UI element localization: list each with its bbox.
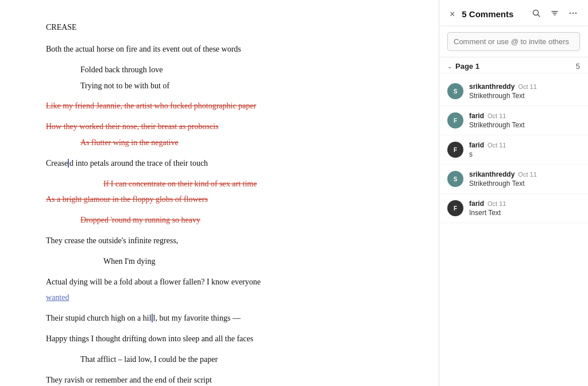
poem-line: Actual dying will be a fold about a flow… (46, 275, 393, 289)
cursor (152, 314, 153, 322)
poem-spacer (46, 307, 393, 311)
poem-spacer (46, 115, 393, 120)
comment-input[interactable] (447, 32, 580, 51)
svg-point-6 (572, 13, 574, 14)
comment-author: farid (469, 141, 484, 149)
svg-point-7 (575, 13, 577, 14)
comment-date: Oct 11 (488, 142, 506, 149)
poem-spacer (46, 250, 393, 255)
comment-date: Oct 11 (518, 83, 536, 90)
poem-line: When I'm dying (103, 255, 393, 268)
poem-spacer (46, 59, 393, 63)
avatar: F (447, 200, 463, 216)
poem-line: Their stupid church high on a hill, but … (46, 311, 393, 325)
poem-spacer (46, 95, 393, 99)
avatar: F (447, 142, 463, 158)
comment-meta: farid Oct 11 (469, 200, 580, 208)
document-area: CREASE Both the actual horse on fire and… (0, 0, 439, 386)
svg-point-5 (570, 13, 571, 14)
comment-body: farid Oct 11 Insert Text (469, 200, 580, 217)
poem-line: Trying not to be with but of (80, 79, 393, 93)
cursor (68, 159, 69, 167)
avatar: F (447, 112, 463, 128)
avatar-initials: S (454, 88, 458, 95)
comment-body: srikanthreddy Oct 11 Strikethrough Text (469, 83, 580, 100)
filter-icon (551, 9, 559, 17)
avatar-initials: S (454, 176, 458, 182)
avatar: S (447, 171, 463, 187)
comment-item[interactable]: S srikanthreddy Oct 11 Strikethrough Tex… (439, 165, 588, 194)
poem-spacer (46, 348, 393, 353)
comment-item[interactable]: F farid Oct 11 Strikethrough Text (439, 106, 588, 135)
comment-meta: farid Oct 11 (469, 141, 580, 149)
comment-item[interactable]: F farid Oct 11 s (439, 135, 588, 165)
search-icon (532, 9, 540, 17)
highlighted-text: wanted (46, 293, 69, 302)
poem-title: CREASE (46, 23, 393, 32)
comment-body: farid Oct 11 Strikethrough Text (469, 112, 580, 129)
poem-line: How they worked their nose, their breast… (46, 120, 393, 134)
poem-spacer (46, 229, 393, 234)
comment-meta: srikanthreddy Oct 11 (469, 170, 580, 178)
comment-author: srikanthreddy (469, 170, 514, 178)
poem-line: Both the actual horse on fire and its ev… (46, 42, 393, 56)
poem-line: If I can concentrate on their kind of se… (103, 177, 393, 191)
poem-line: Folded back through love (80, 63, 393, 77)
page-section: ⌄ Page 1 5 (439, 57, 588, 73)
poem-spacer (46, 327, 393, 332)
poem-content: Both the actual horse on fire and its ev… (46, 42, 393, 386)
page-chevron-icon[interactable]: ⌄ (447, 63, 452, 69)
poem-line: Creased into petals around the trace of … (46, 157, 393, 170)
poem-line: Happy things I thought drifting down int… (46, 332, 393, 346)
poem-spacer (46, 209, 393, 213)
filter-button[interactable] (548, 8, 562, 20)
poem-line: That afflict – laid low, I could be the … (80, 353, 393, 366)
poem-line: Like my friend Jeannie, the artist who f… (46, 99, 393, 113)
comment-text: Insert Text (469, 209, 580, 217)
comment-meta: farid Oct 11 (469, 112, 580, 120)
comment-input-area[interactable] (439, 26, 588, 57)
comment-meta: srikanthreddy Oct 11 (469, 83, 580, 91)
comment-body: farid Oct 11 s (469, 141, 580, 158)
avatar: S (447, 83, 463, 99)
comment-date: Oct 11 (518, 171, 536, 178)
avatar-initials: F (454, 205, 457, 212)
poem-spacer (46, 152, 393, 157)
page-label: Page 1 (455, 62, 576, 71)
comment-author: farid (469, 200, 484, 208)
more-button[interactable] (566, 8, 580, 20)
comment-text: Strikethrough Text (469, 92, 580, 100)
strikethrough-text: How they worked their nose, their breast… (46, 122, 219, 131)
comment-date: Oct 11 (488, 112, 506, 119)
poem-line: They ravish or remember and the end of t… (46, 373, 393, 386)
comment-author: farid (469, 112, 484, 120)
comments-list: S srikanthreddy Oct 11 Strikethrough Tex… (439, 73, 588, 386)
poem-spacer (46, 369, 393, 373)
comment-text: s (469, 150, 580, 158)
strikethrough-text: Like my friend Jeannie, the artist who f… (46, 102, 256, 110)
comment-text: Strikethrough Text (469, 180, 580, 188)
strikethrough-text: Dropped 'round my running so heavy (80, 216, 200, 224)
search-button[interactable] (529, 8, 543, 20)
strikethrough-text: If I can concentrate on their kind of se… (103, 180, 257, 188)
comment-body: srikanthreddy Oct 11 Strikethrough Text (469, 170, 580, 188)
poem-spacer (46, 173, 393, 177)
poem-line: As a bright glamour in the floppy globs … (46, 193, 393, 206)
svg-line-1 (538, 15, 540, 17)
poem-line: wanted (46, 291, 393, 305)
poem-line: Dropped 'round my running so heavy (80, 213, 393, 227)
sidebar-header: × 5 Comments (439, 0, 588, 26)
strikethrough-text: As flutter wing in the negative (80, 138, 179, 147)
comment-item[interactable]: S srikanthreddy Oct 11 Strikethrough Tex… (439, 77, 588, 106)
poem-spacer (46, 271, 393, 275)
page-count: 5 (576, 62, 580, 71)
sidebar-title: 5 Comments (462, 9, 525, 19)
more-icon (569, 9, 577, 17)
avatar-initials: F (454, 118, 457, 124)
avatar-initials: F (454, 147, 457, 153)
close-button[interactable]: × (447, 9, 457, 20)
comment-date: Oct 11 (488, 200, 506, 207)
comment-item[interactable]: F farid Oct 11 Insert Text (439, 194, 588, 223)
poem-line: They crease the outside's infinite regre… (46, 234, 393, 248)
poem-line: As flutter wing in the negative (80, 136, 393, 150)
